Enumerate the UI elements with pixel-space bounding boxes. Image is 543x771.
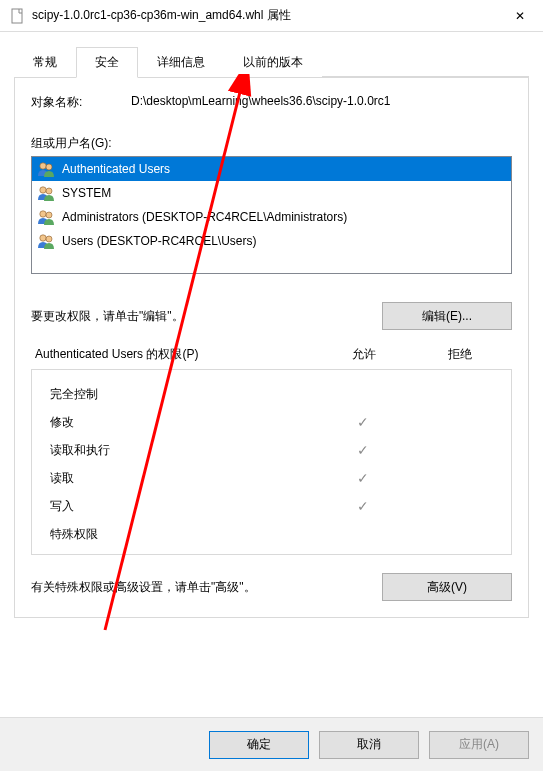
svg-point-3 — [40, 187, 46, 193]
permission-name: 完全控制 — [50, 386, 315, 403]
svg-rect-0 — [12, 9, 22, 23]
list-item[interactable]: SYSTEM — [32, 181, 511, 205]
svg-point-7 — [40, 235, 46, 241]
svg-point-5 — [40, 211, 46, 217]
permission-name: 读取和执行 — [50, 442, 315, 459]
permission-row: 读取和执行✓ — [50, 436, 507, 464]
permission-row: 读取✓ — [50, 464, 507, 492]
ok-button[interactable]: 确定 — [209, 731, 309, 759]
permission-name: 读取 — [50, 470, 315, 487]
permission-row: 特殊权限 — [50, 520, 507, 548]
edit-permissions-text: 要更改权限，请单击"编辑"。 — [31, 308, 382, 325]
object-name-value: D:\desktop\mLearning\wheels36.6\scipy-1.… — [131, 94, 512, 111]
permission-name: 特殊权限 — [50, 526, 315, 543]
window-titlebar: scipy-1.0.0rc1-cp36-cp36m-win_amd64.whl … — [0, 0, 543, 32]
window-title: scipy-1.0.0rc1-cp36-cp36m-win_amd64.whl … — [32, 7, 497, 24]
permissions-list: 完全控制修改✓读取和执行✓读取✓写入✓特殊权限 — [31, 369, 512, 555]
permission-row: 修改✓ — [50, 408, 507, 436]
groups-listbox[interactable]: Authenticated UsersSYSTEMAdministrators … — [31, 156, 512, 274]
tab-general[interactable]: 常规 — [14, 47, 76, 78]
list-item-label: SYSTEM — [62, 186, 111, 200]
svg-point-2 — [46, 164, 52, 170]
list-item[interactable]: Users (DESKTOP-RC4RCEL\Users) — [32, 229, 511, 253]
svg-point-8 — [46, 236, 52, 242]
list-item[interactable]: Authenticated Users — [32, 157, 511, 181]
users-icon — [36, 207, 56, 227]
permission-name: 写入 — [50, 498, 315, 515]
edit-button[interactable]: 编辑(E)... — [382, 302, 512, 330]
list-item[interactable]: Administrators (DESKTOP-RC4RCEL\Administ… — [32, 205, 511, 229]
advanced-text: 有关特殊权限或高级设置，请单击"高级"。 — [31, 579, 382, 596]
tab-details[interactable]: 详细信息 — [138, 47, 224, 78]
allow-column-header: 允许 — [316, 346, 412, 363]
object-name-label: 对象名称: — [31, 94, 131, 111]
advanced-button[interactable]: 高级(V) — [382, 573, 512, 601]
svg-point-4 — [46, 188, 52, 194]
close-button[interactable]: ✕ — [497, 0, 543, 32]
object-name-row: 对象名称: D:\desktop\mLearning\wheels36.6\sc… — [31, 94, 512, 111]
permission-row: 完全控制 — [50, 380, 507, 408]
users-icon — [36, 183, 56, 203]
users-icon — [36, 231, 56, 251]
users-icon — [36, 159, 56, 179]
permissions-subject: Authenticated Users 的权限(P) — [35, 346, 316, 363]
cancel-button[interactable]: 取消 — [319, 731, 419, 759]
list-item-label: Users (DESKTOP-RC4RCEL\Users) — [62, 234, 256, 248]
security-panel: 对象名称: D:\desktop\mLearning\wheels36.6\sc… — [14, 77, 529, 618]
svg-point-1 — [40, 163, 46, 169]
deny-column-header: 拒绝 — [412, 346, 508, 363]
permission-row: 写入✓ — [50, 492, 507, 520]
permissions-header: Authenticated Users 的权限(P) 允许 拒绝 — [31, 346, 512, 369]
allow-check-icon: ✓ — [315, 442, 411, 458]
apply-button[interactable]: 应用(A) — [429, 731, 529, 759]
list-item-label: Administrators (DESKTOP-RC4RCEL\Administ… — [62, 210, 347, 224]
allow-check-icon: ✓ — [315, 470, 411, 486]
permission-name: 修改 — [50, 414, 315, 431]
close-icon: ✕ — [515, 9, 525, 23]
tab-strip: 常规 安全 详细信息 以前的版本 — [14, 46, 529, 77]
tab-previous-versions[interactable]: 以前的版本 — [224, 47, 322, 78]
allow-check-icon: ✓ — [315, 498, 411, 514]
svg-point-6 — [46, 212, 52, 218]
file-icon — [10, 8, 26, 24]
groups-label: 组或用户名(G): — [31, 135, 512, 152]
allow-check-icon: ✓ — [315, 414, 411, 430]
list-item-label: Authenticated Users — [62, 162, 170, 176]
dialog-footer: 确定 取消 应用(A) — [0, 717, 543, 771]
tab-security[interactable]: 安全 — [76, 47, 138, 78]
